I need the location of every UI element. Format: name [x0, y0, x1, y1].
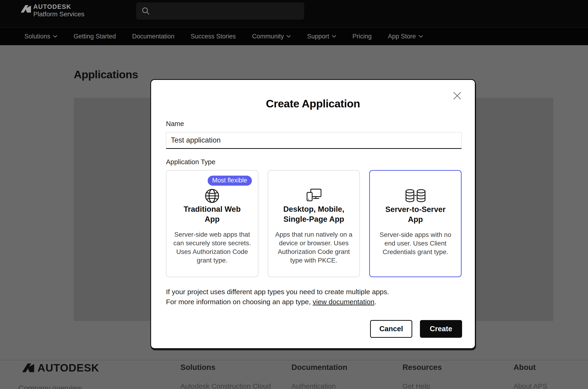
autodesk-logo-icon: [21, 5, 31, 13]
info-line2: For more information on choosing an app …: [166, 297, 389, 307]
name-input[interactable]: [166, 132, 462, 149]
chevron-down-icon: [287, 35, 291, 38]
nav-item-success-stories[interactable]: Success Stories: [191, 33, 236, 40]
modal-title: Create Application: [151, 97, 475, 110]
card-description: Server-side web apps that can securely s…: [172, 230, 252, 265]
create-button[interactable]: Create: [420, 320, 462, 338]
autodesk-logo-icon: [22, 363, 34, 373]
nav-item-documentation[interactable]: Documentation: [132, 33, 175, 40]
footer-link-authentication[interactable]: Authentication: [292, 382, 336, 389]
footer-heading-about: About: [514, 363, 536, 372]
footer-divider: [0, 360, 588, 360]
page-title: Applications: [74, 68, 138, 81]
nav-item-community[interactable]: Community: [252, 33, 291, 40]
info-text: If your project uses different app types…: [166, 287, 389, 307]
nav-item-app-store[interactable]: App Store: [388, 33, 423, 40]
main-nav: Solutions Getting Started Documentation …: [0, 27, 588, 45]
nav-item-pricing[interactable]: Pricing: [353, 33, 372, 40]
footer-link-about-aps[interactable]: About APS: [514, 382, 547, 389]
footer-logo: AUTODESK: [22, 361, 99, 374]
chevron-down-icon: [332, 35, 336, 38]
footer-link-company-overview[interactable]: Company overview: [18, 384, 82, 389]
brand-logo[interactable]: AUTODESK Platform Services: [21, 3, 84, 18]
search-box[interactable]: [136, 2, 304, 20]
card-description: Server-side apps with no end user. Uses …: [376, 230, 455, 256]
chevron-down-icon: [53, 35, 57, 38]
top-header: AUTODESK Platform Services: [0, 0, 588, 27]
name-label: Name: [166, 120, 184, 128]
chevron-down-icon: [419, 35, 423, 38]
application-type-label: Application Type: [166, 158, 215, 166]
most-flexible-badge: Most flexible: [208, 176, 252, 186]
footer-link-acc[interactable]: Autodesk Construction Cloud: [180, 382, 271, 389]
footer-heading-documentation: Documentation: [292, 363, 347, 372]
create-application-modal: Create Application Name Application Type…: [150, 79, 475, 349]
nav-item-getting-started[interactable]: Getting Started: [74, 33, 116, 40]
footer-brand-name: AUTODESK: [37, 361, 99, 374]
card-traditional-web-app[interactable]: Most flexible Traditional Web App Server…: [166, 170, 258, 277]
card-server-to-server[interactable]: Server-to-Server App Server-side apps wi…: [369, 170, 462, 277]
brand-subtitle: Platform Services: [33, 10, 84, 18]
footer-link-get-help[interactable]: Get Help: [403, 382, 430, 389]
globe-icon: [204, 188, 220, 204]
card-title: Server-to-Server App: [370, 204, 461, 224]
card-description: Apps that run natively on a device or br…: [274, 230, 354, 265]
nav-item-solutions[interactable]: Solutions: [25, 33, 57, 40]
view-documentation-link[interactable]: view documentation: [313, 298, 374, 306]
card-desktop-mobile-spa[interactable]: Desktop, Mobile, Single-Page App Apps th…: [268, 170, 360, 277]
footer-heading-solutions: Solutions: [180, 363, 215, 372]
application-type-cards: Most flexible Traditional Web App Server…: [166, 170, 462, 277]
footer-heading-resources: Resources: [403, 363, 442, 372]
cancel-button[interactable]: Cancel: [370, 320, 412, 338]
search-input[interactable]: [153, 7, 294, 15]
app-root: AUTODESK Platform Services Solutions Get…: [0, 0, 588, 389]
devices-icon: [306, 188, 322, 202]
brand-name: AUTODESK: [33, 3, 84, 10]
nav-item-support[interactable]: Support: [307, 33, 336, 40]
search-icon: [142, 7, 150, 15]
info-line1: If your project uses different app types…: [166, 287, 389, 297]
card-title: Traditional Web App: [166, 204, 258, 224]
card-title: Desktop, Mobile, Single-Page App: [268, 204, 360, 224]
server-to-server-icon: [404, 189, 427, 203]
